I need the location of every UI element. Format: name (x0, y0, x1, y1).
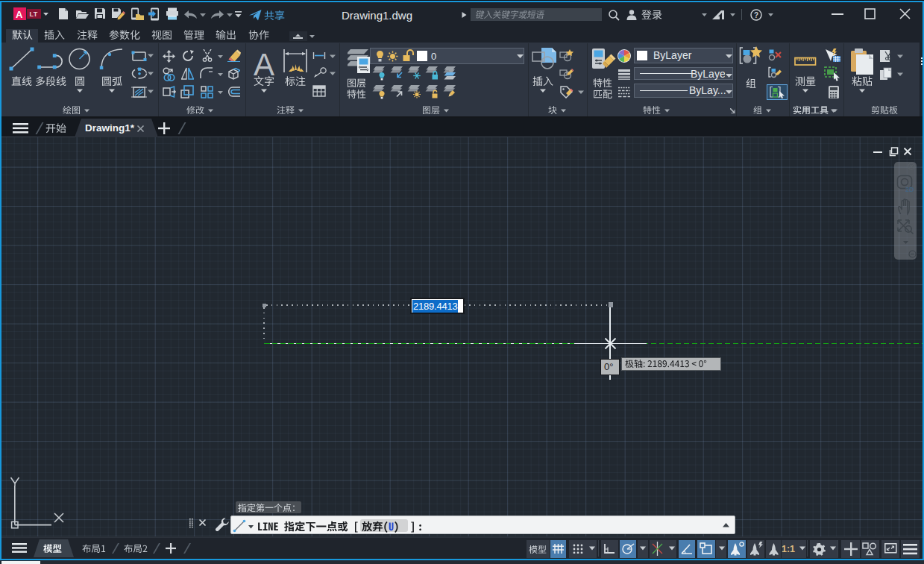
svg-text:?: ? (754, 11, 758, 19)
svg-text:2D: 2D (905, 186, 914, 192)
